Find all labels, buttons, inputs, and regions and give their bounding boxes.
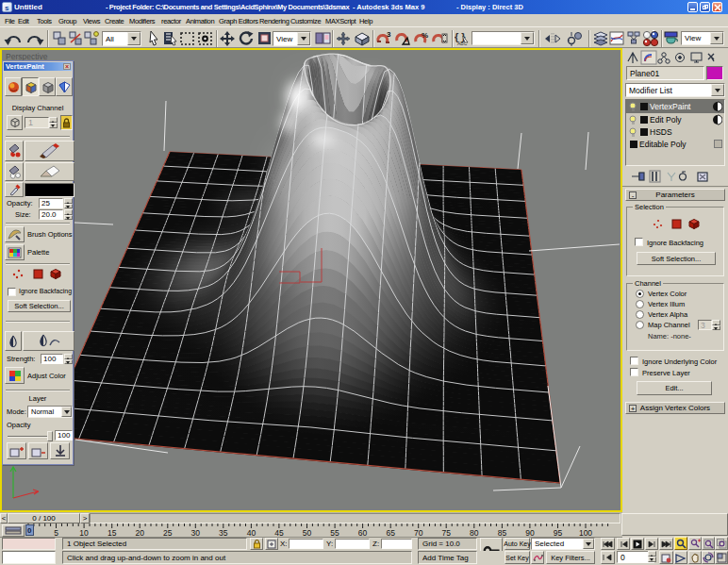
svg-text:25: 25 bbox=[163, 528, 173, 538]
svg-text:90: 90 bbox=[525, 528, 535, 538]
svg-text:15: 15 bbox=[108, 528, 117, 538]
svg-text:35: 35 bbox=[219, 528, 228, 538]
svg-text:70: 70 bbox=[414, 528, 423, 538]
svg-text:60: 60 bbox=[358, 528, 368, 538]
svg-text:20: 20 bbox=[135, 528, 144, 538]
svg-text:100: 100 bbox=[579, 528, 592, 538]
svg-text:95: 95 bbox=[554, 528, 563, 538]
svg-text:%: % bbox=[422, 31, 428, 40]
svg-text:50: 50 bbox=[303, 528, 312, 538]
svg-text:5: 5 bbox=[54, 528, 58, 538]
svg-text:45: 45 bbox=[274, 528, 284, 538]
svg-text:65: 65 bbox=[386, 528, 395, 538]
svg-text:75: 75 bbox=[441, 528, 451, 538]
svg-text:85: 85 bbox=[498, 528, 507, 538]
svg-text:30: 30 bbox=[191, 528, 201, 538]
svg-text:10: 10 bbox=[79, 528, 89, 538]
svg-text:80: 80 bbox=[470, 528, 479, 538]
svg-text:3: 3 bbox=[387, 30, 391, 39]
svg-text:55: 55 bbox=[330, 528, 339, 538]
svg-text:40: 40 bbox=[247, 528, 256, 538]
